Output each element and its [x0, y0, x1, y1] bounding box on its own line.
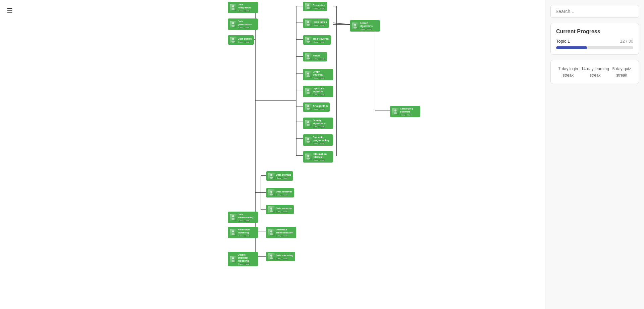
svg-point-48	[307, 55, 309, 57]
node-tag: Hard	[282, 211, 288, 213]
node-avatar	[305, 53, 312, 60]
node-data-security[interactable]: Data securityEasyHard	[266, 205, 294, 214]
streak-label: 5-day quiz streak	[612, 67, 631, 78]
node-title: Heaps	[313, 54, 325, 57]
node-graph-traversal[interactable]: Graph traversalEasyHard	[303, 69, 333, 80]
search-input[interactable]	[550, 5, 639, 18]
node-search-algorithms[interactable]: Search algorithmsEasyHard	[350, 20, 380, 32]
node-cataloging-software[interactable]: Cataloging softwareEasyHard	[390, 106, 420, 117]
node-tag: Hard	[244, 220, 250, 222]
node-content: RecursionEasyHard	[313, 4, 325, 9]
svg-point-39	[231, 25, 235, 27]
avatar-image	[305, 120, 312, 127]
progress-card: Current Progress Topic 1 12 / 30	[550, 23, 639, 55]
node-content: Data warehousingEasyHard	[238, 213, 256, 222]
svg-point-54	[307, 105, 309, 107]
node-data-warehousing[interactable]: Data warehousingEasyHard	[228, 212, 258, 223]
progress-row: Topic 1 12 / 30	[556, 39, 633, 44]
svg-point-51	[307, 75, 310, 77]
node-data-storage[interactable]: Data storageEasyHard	[266, 171, 293, 181]
node-content: HeapsEasyHard	[313, 54, 325, 60]
node-tag: Hard	[319, 41, 325, 43]
node-data-governance[interactable]: Data governanceEasyHard	[228, 18, 258, 30]
node-tag: Hard	[244, 10, 250, 12]
node-relational-modeling[interactable]: Relational modelingEasyHard	[228, 227, 258, 238]
svg-point-47	[307, 41, 310, 43]
node-data-modeling[interactable]: Data modelingEasyHard	[266, 252, 296, 261]
node-title: Information retrieval	[313, 152, 331, 159]
node-title: Cataloging software	[400, 107, 418, 113]
sidebar-toggle-button[interactable]: ☰	[7, 7, 13, 15]
node-tag: Easy	[238, 27, 244, 29]
node-avatar	[268, 206, 275, 213]
node-heaps[interactable]: HeapsEasyHard	[303, 52, 327, 61]
node-tag: Hard	[282, 177, 288, 179]
node-tag: Hard	[319, 7, 325, 9]
node-content: Data integrationEasyHard	[238, 3, 256, 12]
progress-bar-bg	[556, 46, 633, 49]
node-tag: Hard	[244, 27, 250, 29]
svg-point-69	[231, 218, 235, 220]
streaks-card: 7-day login streak14-day learning streak…	[550, 60, 639, 84]
svg-point-77	[270, 257, 273, 259]
node-hash-tables[interactable]: Hash tablesEasyHard	[303, 18, 329, 28]
avatar-image	[230, 37, 236, 43]
node-tag: Easy	[238, 235, 244, 237]
avatar-image	[268, 253, 275, 260]
svg-point-64	[270, 191, 272, 193]
node-content: Information retrievalEasyHard	[313, 152, 331, 161]
node-content: Relational modelingEasyHard	[238, 228, 256, 237]
svg-point-72	[270, 230, 272, 232]
node-a-star-algorithm[interactable]: A* algorithmEasyHard	[303, 102, 330, 112]
node-tag: Hard	[319, 108, 325, 110]
svg-point-35	[231, 8, 235, 10]
streak-item: 5-day quiz streak	[610, 65, 633, 78]
node-tags: EasyHard	[276, 235, 294, 237]
node-greedy-algorithms[interactable]: Greedy algorithmsEasyHard	[303, 118, 333, 129]
topic-label: Topic 1	[556, 39, 570, 44]
svg-point-73	[270, 233, 273, 235]
node-tag: Easy	[313, 108, 319, 110]
avatar-image	[268, 173, 275, 179]
node-data-quality[interactable]: Data qualityEasyHard	[228, 35, 254, 45]
node-title: Data modeling	[276, 254, 293, 257]
avatar-image	[305, 20, 312, 27]
node-content: Database administrationEasyHard	[276, 228, 294, 237]
node-avatar	[305, 20, 312, 27]
node-title: Dijkstra's algorithm	[313, 87, 331, 93]
node-tag: Easy	[313, 77, 319, 79]
node-avatar	[392, 108, 399, 115]
svg-point-37	[307, 7, 310, 9]
right-panel: Current Progress Topic 1 12 / 30 7-day l…	[545, 0, 644, 309]
node-tree-traversal[interactable]: Tree traversalEasyHard	[303, 35, 331, 45]
avatar-image	[305, 37, 312, 43]
avatar-image	[305, 88, 312, 95]
node-object-oriented-modeling[interactable]: Object-oriented modelingEasyHard	[228, 252, 258, 266]
node-data-retriever[interactable]: Data retrieverEasyHard	[266, 188, 294, 197]
node-tag: Hard	[319, 77, 325, 79]
node-tag: Hard	[244, 263, 250, 265]
node-tag: Hard	[319, 58, 325, 60]
node-information-retrieval[interactable]: Information retrievalEasyHard	[303, 151, 333, 163]
node-tags: EasyHard	[238, 220, 256, 222]
svg-point-59	[307, 141, 310, 143]
node-tags: EasyHard	[400, 114, 418, 116]
node-title: Relational modeling	[238, 228, 256, 234]
node-tag: Hard	[319, 142, 325, 144]
node-tags: EasyHard	[238, 235, 256, 237]
node-tags: EasyHard	[276, 177, 291, 179]
svg-point-44	[232, 38, 234, 40]
node-title: Greedy algorithms	[313, 119, 331, 125]
node-dynamic-programming[interactable]: Dynamic programmingEasyHard	[303, 134, 333, 146]
svg-point-74	[232, 257, 234, 259]
node-content: Data storageEasyHard	[276, 173, 291, 179]
node-title: Data retriever	[276, 190, 292, 193]
node-tag: Hard	[282, 258, 288, 260]
node-tags: EasyHard	[238, 263, 256, 265]
node-avatar	[305, 104, 312, 111]
node-data-integration[interactable]: Data integrationEasyHard	[228, 2, 258, 13]
node-recursion[interactable]: RecursionEasyHard	[303, 2, 327, 11]
node-database-administration[interactable]: Database administrationEasyHard	[266, 227, 296, 238]
node-dijkstras-algorithm[interactable]: Dijkstra's algorithmEasyHard	[303, 86, 333, 97]
node-content: Cataloging softwareEasyHard	[400, 107, 418, 116]
